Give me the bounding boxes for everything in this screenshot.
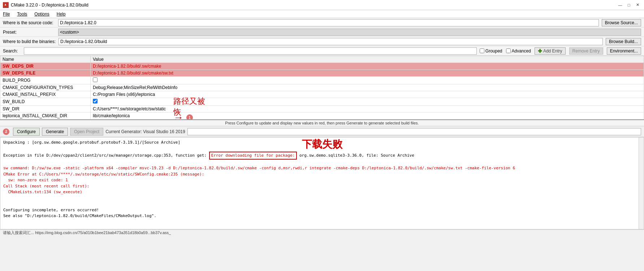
status-bar: 请输入搜索词汇... https://img.blog.csdn.cn/75/a… [0, 229, 644, 236]
log-line: Unpacking : [org.sw.demo.google.protobuf… [3, 140, 641, 219]
bottom-panel: Press Configure to update and display ne… [0, 119, 644, 229]
grouped-checkbox[interactable] [480, 48, 484, 53]
generate-button[interactable]: Generate [42, 128, 68, 136]
log-output-area[interactable]: Unpacking : [org.sw.demo.google.protobuf… [0, 137, 644, 229]
log-entry-error: Exception in file D:/dev/cppan2/client2/… [3, 152, 641, 160]
progress-bar-area [187, 128, 641, 135]
press-info-bar: Press Configure to update and display ne… [0, 120, 644, 126]
var-name: BUILD_PROG [0, 77, 91, 84]
source-row: Where is the source code: Browse Source.… [0, 18, 644, 27]
maximize-button[interactable]: □ [625, 2, 632, 8]
log-exception-suffix: org.sw.demo.sqlite3-3.36.0, file: Source… [297, 152, 414, 159]
bottom-controls-bar: 2 Configure Generate Open Project Curren… [0, 126, 644, 137]
title-bar-left: CMake 3.22.0 - D:/leptonica-1.82.0/build [3, 2, 88, 8]
source-input[interactable] [58, 19, 599, 26]
var-value[interactable]: lib/cmake/leptonica [91, 113, 644, 119]
menu-tools[interactable]: Tools [16, 11, 29, 17]
log-entry [3, 195, 641, 202]
log-entry-red: sw command: D:/sw/sw.exe -static -platfo… [3, 165, 641, 172]
table-row[interactable]: CMAKE_CONFIGURATION_TYPES Debug;Release;… [0, 84, 644, 91]
var-name: SW_DEPS_FILE [0, 70, 91, 77]
advanced-label: Advanced [512, 48, 531, 54]
log-entry [3, 160, 641, 166]
var-value[interactable]: C:/Program Files (x86)/leptonica [91, 91, 644, 98]
table-row[interactable]: leptonica_INSTALL_CMAKE_DIR lib/cmake/le… [0, 113, 644, 119]
var-value[interactable]: D:/leptonica-1.82.0/build/.sw/cmake [91, 63, 644, 70]
log-entry: See also "D:/leptonica-1.82.0/build/CMak… [3, 213, 641, 219]
generator-text: Current Generator: Visual Studio 16 2019 [105, 129, 185, 134]
title-bar: CMake 3.22.0 - D:/leptonica-1.82.0/build… [0, 0, 644, 10]
table-row[interactable]: SW_DEPS_FILE D:/leptonica-1.82.0/build/.… [0, 70, 644, 77]
build-input[interactable] [59, 38, 603, 45]
log-entry [3, 146, 641, 152]
add-entry-button[interactable]: ✚ Add Entry [535, 47, 566, 55]
build-prog-checkbox[interactable] [93, 77, 98, 82]
var-name: CMAKE_CONFIGURATION_TYPES [0, 84, 91, 91]
table-row[interactable]: BUILD_PROG [0, 77, 644, 84]
status-text: 请输入搜索词汇... https://img.blog.csdn.cn/75/a… [3, 230, 171, 236]
menu-help[interactable]: Help [55, 11, 67, 17]
var-name: SW_DEPS_DIR [0, 63, 91, 70]
environment-button[interactable]: Environment... [607, 47, 641, 55]
log-entry-red: CMakeLists.txt:134 (sw_execute) [3, 189, 641, 195]
table-row[interactable]: SW_BUILD [0, 98, 644, 106]
menu-file[interactable]: File [1, 11, 11, 17]
log-entry: Unpacking : [org.sw.demo.google.protobuf… [3, 140, 641, 146]
minimize-button[interactable]: — [617, 2, 624, 8]
table-row[interactable]: CMAKE_INSTALL_PREFIX C:/Program Files (x… [0, 91, 644, 98]
table-row[interactable]: SW_DIR C:/Users/****/.sw/storage/etc/sw/… [0, 106, 644, 113]
error-box: Error downloading file for package: [209, 152, 297, 160]
log-entry-red: sw: non-zero exit code: 1 [3, 177, 641, 183]
grouped-checkbox-label[interactable]: Grouped [480, 48, 502, 54]
close-button[interactable]: ✕ [634, 2, 641, 8]
table-row[interactable]: SW_DEPS_DIR D:/leptonica-1.82.0/build/.s… [0, 63, 644, 70]
var-name: leptonica_INSTALL_CMAKE_DIR [0, 113, 91, 119]
search-label: Search: [3, 48, 21, 54]
open-project-button[interactable]: Open Project [70, 128, 103, 136]
remove-entry-button[interactable]: Remove Entry [569, 47, 603, 55]
col-value-header: Value [91, 56, 644, 63]
cmake-variables-section: Name Value SW_DEPS_DIR D:/leptonica-1.82… [0, 56, 644, 119]
log-entry [3, 201, 641, 207]
preset-row: Preset: <custom> [0, 27, 644, 37]
cmake-icon [3, 2, 9, 8]
configure-button[interactable]: Configure [13, 128, 40, 136]
build-label: Where to build the binaries: [3, 39, 56, 44]
log-entry-red: CMake Error at C:/Users/****/.sw/storage… [3, 172, 641, 178]
search-input[interactable] [24, 47, 477, 55]
var-value[interactable]: D:/leptonica-1.82.0/build/.sw/cmake/sw.t… [91, 70, 644, 77]
col-name-header: Name [0, 56, 91, 63]
menu-options[interactable]: Options [33, 11, 51, 17]
grouped-label: Grouped [485, 48, 502, 54]
menu-bar: File Tools Options Help [0, 10, 644, 18]
preset-select[interactable]: <custom> [58, 29, 641, 36]
sw-build-checkbox[interactable] [93, 99, 98, 103]
preset-label: Preset: [3, 30, 55, 35]
var-name: SW_BUILD [0, 98, 91, 106]
search-options: Grouped Advanced ✚ Add Entry Remove Entr… [480, 47, 641, 55]
search-row: Search: Grouped Advanced ✚ Add Entry Rem… [0, 46, 644, 56]
log-entry-red: Call Stack (most recent call first): [3, 183, 641, 190]
add-entry-label: Add Entry [543, 48, 562, 54]
browse-build-button[interactable]: Browse Build... [606, 38, 641, 45]
build-row: Where to build the binaries: Browse Buil… [0, 37, 644, 46]
var-name: SW_DIR [0, 106, 91, 113]
var-value[interactable] [91, 98, 644, 106]
var-value[interactable]: Debug;Release;MinSizeRel;RelWithDebInfo [91, 84, 644, 91]
var-value[interactable] [91, 77, 644, 84]
advanced-checkbox[interactable] [506, 48, 511, 53]
scrollbar[interactable] [639, 137, 644, 229]
var-value[interactable]: C:/Users/****/.sw/storage/etc/sw/static [91, 106, 644, 113]
source-label: Where is the source code: [3, 20, 55, 25]
annotation-badge-2: 2 [3, 128, 9, 135]
press-info-text: Press Configure to update and display ne… [225, 121, 419, 125]
browse-source-button[interactable]: Browse Source... [602, 19, 641, 26]
window-title: CMake 3.22.0 - D:/leptonica-1.82.0/build [11, 3, 88, 8]
advanced-checkbox-label[interactable]: Advanced [506, 48, 531, 54]
window-controls: — □ ✕ [617, 2, 641, 8]
var-name: CMAKE_INSTALL_PREFIX [0, 91, 91, 98]
log-entry: Configuring incomplete, errors occurred! [3, 207, 641, 213]
plus-icon: ✚ [538, 48, 542, 54]
cmake-variables-table: Name Value SW_DEPS_DIR D:/leptonica-1.82… [0, 56, 644, 119]
log-exception-prefix: Exception in file D:/dev/cppan2/client2/… [3, 152, 209, 159]
